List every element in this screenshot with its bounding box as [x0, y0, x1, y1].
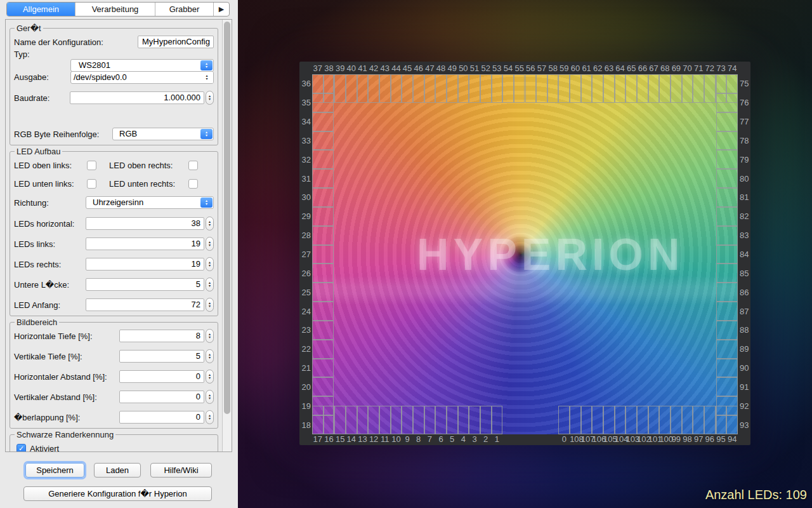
blackborder-enabled-checkbox[interactable]: ✓: [16, 444, 26, 452]
led-cell: [648, 406, 660, 434]
help-wiki-button[interactable]: Hilfe/Wiki: [150, 463, 212, 478]
led-cell: [312, 150, 334, 169]
type-select-chevrons-icon[interactable]: ▴▾: [200, 60, 213, 70]
h-depth-stepper[interactable]: ▴▾: [206, 329, 214, 343]
form-content: Ger�t Name der Konfiguration: MyHyperion…: [6, 20, 222, 451]
rgb-order-chevrons-icon[interactable]: ▴▾: [200, 129, 213, 139]
led-cell: [625, 406, 637, 434]
baudrate-label: Baudrate:: [14, 93, 70, 103]
rgb-order-label: RGB Byte Reihenfolge:: [14, 130, 112, 139]
led-cell: [379, 74, 391, 103]
led-cell: [424, 74, 436, 103]
tab-allgemein[interactable]: Allgemein: [7, 3, 75, 16]
led-cell: [716, 188, 738, 207]
bottom-gap-input[interactable]: 5: [86, 278, 204, 291]
led-start-stepper[interactable]: ▴▾: [206, 298, 214, 312]
v-depth-input[interactable]: 5: [119, 350, 204, 363]
type-label: Typ:: [14, 50, 30, 59]
led-count-label: Anzahl LEDs: 109: [705, 488, 807, 502]
led-cell: [570, 406, 581, 434]
led-number: 34: [302, 112, 311, 131]
led-cell: [346, 74, 357, 103]
led-cell: [716, 302, 738, 321]
generate-config-button[interactable]: Generiere Konfiguration f�r Hyperion: [23, 486, 212, 501]
led-number: 13: [357, 434, 369, 444]
led-cell: [716, 131, 738, 150]
led-cell: [458, 406, 469, 434]
led-cell: [716, 245, 738, 264]
led-cell: [637, 406, 648, 434]
led-number: 75: [740, 74, 749, 93]
checkmark-icon: ✓: [18, 445, 24, 452]
baudrate-input[interactable]: 1.000.000: [70, 91, 204, 104]
v-gap-stepper[interactable]: ▴▾: [206, 390, 214, 404]
led-number: 33: [302, 131, 311, 150]
led-cell: [716, 264, 738, 283]
output-select[interactable]: /dev/spidev0.0 ▴▾: [70, 71, 214, 84]
direction-select[interactable]: Uhrzeigersinn ▴▾: [86, 196, 214, 209]
h-gap-input[interactable]: 0: [119, 370, 204, 383]
blackborder-enabled-label: Aktiviert: [30, 444, 59, 452]
led-start-input[interactable]: 72: [86, 298, 204, 311]
tab-overflow-arrow-icon[interactable]: ▶: [214, 3, 229, 16]
led-number: 24: [302, 302, 311, 321]
led-top-left-checkbox[interactable]: [87, 161, 96, 170]
h-gap-stepper[interactable]: ▴▾: [206, 370, 214, 384]
led-cell: [502, 74, 514, 103]
led-number: 63: [603, 63, 615, 74]
h-depth-input[interactable]: 8: [119, 330, 204, 342]
v-depth-stepper[interactable]: ▴▾: [206, 349, 214, 363]
led-cell: [312, 226, 334, 245]
led-number: 90: [740, 359, 749, 378]
leds-left-input[interactable]: 19: [86, 237, 204, 250]
leds-right-label: LEDs rechts:: [14, 260, 86, 269]
led-cell: [716, 207, 738, 226]
output-select-chevrons-icon[interactable]: ▴▾: [200, 72, 213, 83]
tab-verarbeitung[interactable]: Verarbeitung: [75, 3, 155, 16]
leds-right-input[interactable]: 19: [86, 258, 204, 271]
led-number: 59: [558, 63, 570, 74]
led-top-right-checkbox[interactable]: [188, 161, 198, 170]
led-number: 6: [435, 434, 447, 444]
baudrate-stepper[interactable]: ▴▾: [206, 91, 214, 105]
led-number: 14: [346, 434, 357, 444]
config-name-input[interactable]: MyHyperionConfig: [138, 36, 214, 48]
led-cell: [379, 406, 391, 434]
save-button[interactable]: Speichern: [25, 463, 84, 478]
led-number: 77: [740, 112, 749, 131]
led-cell: [581, 406, 593, 434]
leds-horizontal-input[interactable]: 38: [86, 217, 204, 230]
led-cell: [312, 321, 334, 340]
led-bottom-left-checkbox[interactable]: [87, 179, 96, 189]
led-cell: [312, 377, 334, 396]
led-number: 61: [581, 63, 593, 74]
led-cell: [458, 74, 469, 103]
led-bottom-right-checkbox[interactable]: [188, 179, 198, 189]
leds-right-stepper[interactable]: ▴▾: [206, 257, 214, 271]
form-scrollbar-thumb[interactable]: [224, 22, 230, 414]
led-cell: [615, 406, 626, 434]
led-number: 85: [740, 264, 749, 283]
led-number: 108: [570, 434, 581, 444]
bottom-gap-stepper[interactable]: ▴▾: [206, 277, 214, 291]
led-number: 18: [302, 415, 311, 434]
v-gap-input[interactable]: 0: [119, 391, 204, 403]
led-cell: [312, 93, 334, 112]
type-select[interactable]: WS2801 ▴▾: [70, 59, 214, 72]
leds-horizontal-stepper[interactable]: ▴▾: [206, 217, 214, 231]
form-scrollbar[interactable]: [222, 20, 232, 451]
load-button[interactable]: Laden: [94, 463, 141, 478]
overlap-stepper[interactable]: ▴▾: [206, 410, 214, 424]
leds-left-stepper[interactable]: ▴▾: [206, 237, 214, 251]
direction-chevrons-icon[interactable]: ▴▾: [200, 197, 213, 208]
led-cell: [368, 74, 379, 103]
led-number: 38: [324, 63, 335, 74]
led-cell: [312, 302, 334, 321]
led-number: 11: [379, 434, 391, 444]
led-number: 55: [514, 63, 525, 74]
tab-grabber[interactable]: Grabber: [155, 3, 214, 16]
rgb-order-select[interactable]: RGB ▴▾: [112, 128, 214, 140]
led-cell: [391, 74, 402, 103]
overlap-input[interactable]: 0: [119, 411, 204, 424]
led-number: 35: [302, 93, 311, 112]
